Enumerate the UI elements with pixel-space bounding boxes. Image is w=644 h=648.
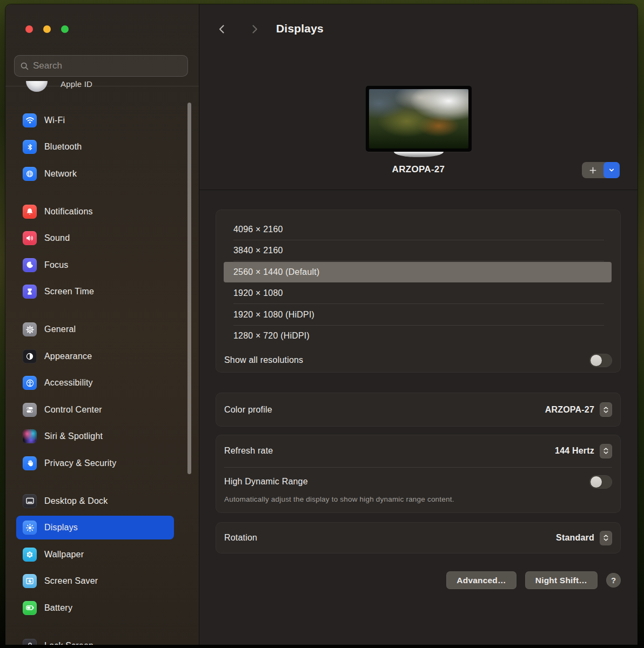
search-icon [20, 62, 29, 71]
apple-id-label: Apple ID [61, 81, 92, 89]
night-shift-button[interactable]: Night Shift… [525, 571, 598, 589]
system-settings-window: Apple ID Wi-Fi Bluetooth [5, 4, 638, 645]
siri-icon [23, 429, 37, 443]
sidebar-item-siri-spotlight[interactable]: Siri & Spotlight [16, 423, 174, 450]
sidebar-item-label: Screen Time [44, 287, 94, 296]
up-down-chevrons-icon [602, 406, 609, 414]
sidebar-item-privacy-security[interactable]: Privacy & Security [16, 450, 174, 477]
display-thumbnail[interactable] [366, 86, 472, 152]
sidebar-item-displays[interactable]: Displays [16, 516, 174, 539]
sidebar-group-network: Wi-Fi Bluetooth Network [16, 107, 174, 187]
accessibility-icon [23, 376, 37, 390]
sidebar-scrollbar[interactable] [187, 103, 191, 474]
bluetooth-icon [23, 140, 37, 154]
sidebar-group-display: Desktop & Dock Displays Wallpaper [16, 488, 174, 622]
sidebar-item-wallpaper[interactable]: Wallpaper [16, 541, 174, 568]
sidebar-item-bluetooth[interactable]: Bluetooth [16, 134, 174, 161]
refresh-rate-stepper[interactable] [600, 444, 612, 458]
sidebar-item-lock-screen[interactable]: Lock Screen [16, 632, 174, 645]
add-display-dropdown-button[interactable] [603, 162, 620, 178]
content-pane: Displays ARZOPA-27 4096 × 2160 3840 × 21… [199, 4, 638, 645]
sidebar-item-accessibility[interactable]: Accessibility [16, 370, 174, 397]
globe-icon [23, 167, 37, 181]
sidebar-item-focus[interactable]: Focus [16, 252, 174, 279]
hand-icon [23, 456, 37, 470]
sidebar-item-label: Wallpaper [44, 550, 84, 559]
resolution-option[interactable]: 4096 × 2160 [216, 219, 621, 240]
search-input[interactable] [33, 60, 182, 71]
close-button[interactable] [25, 25, 33, 33]
sidebar-item-label: General [44, 325, 76, 334]
sidebar-item-screen-time[interactable]: Screen Time [16, 279, 174, 306]
zoom-button[interactable] [61, 25, 69, 33]
color-profile-value: ARZOPA-27 [545, 405, 594, 415]
sidebar-item-screen-saver[interactable]: Screen Saver [16, 568, 174, 595]
display-thumbnail-stand [394, 152, 444, 157]
desktop-dock-icon [23, 494, 37, 508]
sidebar-item-appearance[interactable]: Appearance [16, 343, 174, 370]
sidebar-group-lock: Lock Screen [16, 632, 174, 645]
up-down-chevrons-icon [602, 534, 609, 542]
battery-icon [23, 601, 37, 615]
resolution-option-selected[interactable]: 2560 × 1440 (Default) [216, 261, 621, 283]
hourglass-icon [23, 285, 37, 299]
refresh-rate-row: Refresh rate 144 Hertz [216, 435, 621, 467]
apple-id-row-clipped[interactable]: Apple ID [5, 81, 199, 92]
sidebar-item-wifi[interactable]: Wi-Fi [16, 107, 174, 134]
rotation-row: Rotation Standard [216, 522, 621, 554]
sidebar-item-label: Notifications [44, 207, 93, 217]
sidebar-item-general[interactable]: General [16, 316, 174, 343]
sidebar-item-label: Focus [44, 260, 69, 270]
color-profile-row: Color profile ARZOPA-27 [216, 393, 621, 427]
advanced-button[interactable]: Advanced… [446, 571, 516, 589]
resolution-option[interactable]: 1280 × 720 (HiDPI) [216, 326, 621, 347]
control-center-icon [23, 403, 37, 417]
sidebar-item-control-center[interactable]: Control Center [16, 396, 174, 423]
footer-buttons: Advanced… Night Shift… ? [216, 571, 621, 589]
moon-icon [23, 258, 37, 272]
displays-icon [23, 521, 37, 535]
window-controls [25, 25, 69, 33]
refresh-rate-value: 144 Hertz [555, 446, 594, 456]
sidebar-item-sound[interactable]: Sound [16, 225, 174, 252]
show-all-resolutions-row: Show all resolutions [216, 349, 621, 371]
search-field[interactable] [14, 55, 188, 77]
color-profile-card: Color profile ARZOPA-27 [216, 393, 621, 427]
resolution-option[interactable]: 1920 × 1080 (HiDPI) [216, 304, 621, 326]
resolution-option[interactable]: 3840 × 2160 [216, 240, 621, 262]
hdr-toggle[interactable] [589, 475, 612, 489]
hdr-description: Automatically adjust the display to show… [224, 495, 454, 503]
rotation-card: Rotation Standard [216, 522, 621, 554]
hdr-block: High Dynamic Range Automatically adjust … [216, 467, 621, 513]
resolution-option[interactable]: 1920 × 1080 [216, 283, 621, 305]
appearance-icon [23, 349, 37, 363]
screen-saver-icon [23, 574, 37, 588]
minimize-button[interactable] [43, 25, 51, 33]
sidebar-item-desktop-dock[interactable]: Desktop & Dock [16, 488, 174, 515]
sidebar-item-label: Sound [44, 233, 70, 243]
show-all-resolutions-toggle[interactable] [589, 354, 612, 367]
add-display-split-button [582, 162, 620, 178]
sidebar-item-label: Network [44, 169, 77, 179]
display-name: ARZOPA-27 [199, 164, 638, 175]
display-preview-section: ARZOPA-27 [199, 4, 638, 190]
speaker-icon [23, 231, 37, 245]
flower-icon [23, 548, 37, 562]
color-profile-stepper[interactable] [600, 402, 612, 417]
gear-icon [23, 322, 37, 336]
rotation-value: Standard [556, 533, 594, 543]
show-all-resolutions-label: Show all resolutions [224, 355, 303, 365]
sidebar-item-label: Screen Saver [44, 576, 98, 586]
rotation-stepper[interactable] [600, 531, 612, 545]
help-button[interactable]: ? [606, 573, 621, 588]
sidebar-item-battery[interactable]: Battery [16, 595, 174, 622]
resolutions-card: 4096 × 2160 3840 × 2160 2560 × 1440 (Def… [216, 210, 621, 373]
sidebar-group-general: General Appearance Accessibility [16, 316, 174, 477]
sidebar-item-network[interactable]: Network [16, 160, 174, 187]
wifi-icon [23, 113, 37, 127]
toggle-knob [591, 476, 602, 488]
sidebar-item-notifications[interactable]: Notifications [16, 198, 174, 225]
sidebar-item-label: Wi-Fi [44, 116, 65, 125]
sidebar-item-label: Siri & Spotlight [44, 431, 103, 441]
add-display-button[interactable] [582, 162, 603, 178]
